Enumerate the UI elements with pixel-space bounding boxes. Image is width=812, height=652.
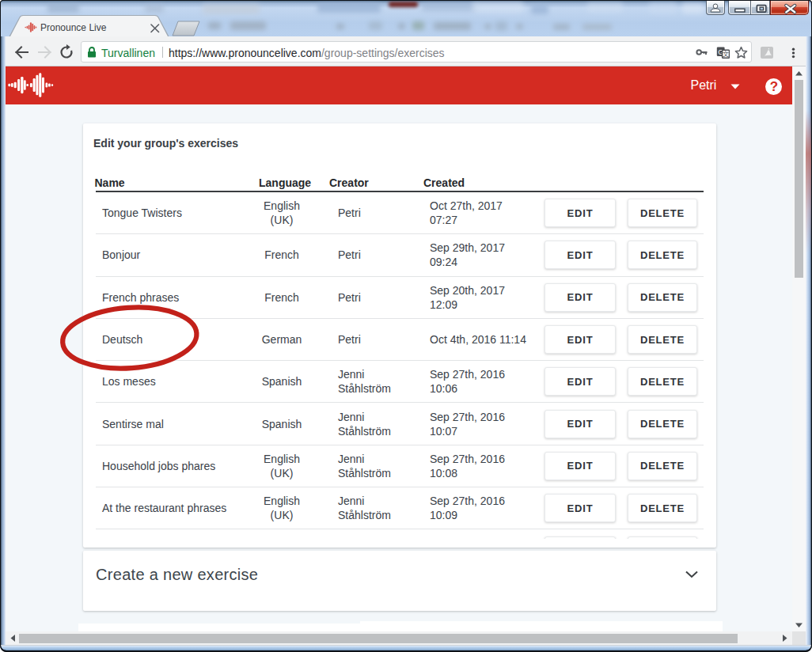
svg-text:文: 文 — [722, 50, 729, 58]
